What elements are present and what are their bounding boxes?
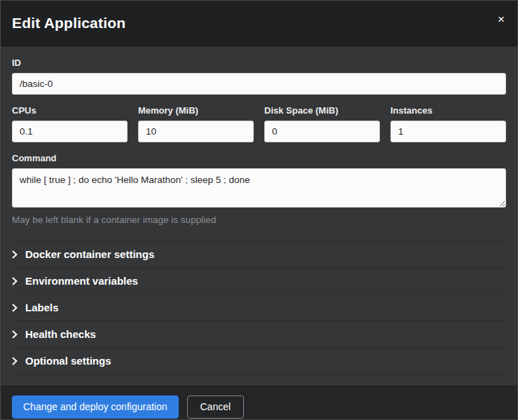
- id-label: ID: [12, 57, 506, 68]
- edit-application-modal: Edit Application × ID CPUs Memory (MiB) …: [0, 0, 518, 420]
- memory-field-group: Memory (MiB): [138, 105, 254, 142]
- disk-field-group: Disk Space (MiB): [264, 105, 380, 142]
- modal-header: Edit Application ×: [1, 1, 517, 46]
- resources-row: CPUs Memory (MiB) Disk Space (MiB) Insta…: [12, 105, 506, 142]
- command-field-group: Command while [ true ] ; do echo 'Hello …: [12, 153, 506, 225]
- chevron-right-icon: [12, 304, 18, 312]
- section-label: Environment variables: [25, 275, 138, 287]
- section-optional-settings[interactable]: Optional settings: [12, 348, 506, 374]
- command-label: Command: [12, 153, 506, 163]
- command-input[interactable]: while [ true ] ; do echo 'Hello Marathon…: [12, 168, 506, 208]
- instances-input[interactable]: [390, 121, 506, 142]
- instances-label: Instances: [390, 105, 506, 116]
- collapsible-sections: Docker container settings Environment va…: [12, 241, 506, 374]
- memory-label: Memory (MiB): [138, 105, 254, 116]
- section-health-checks[interactable]: Health checks: [12, 321, 506, 348]
- cpus-field-group: CPUs: [12, 105, 128, 142]
- close-icon[interactable]: ×: [493, 11, 509, 28]
- change-and-deploy-button[interactable]: Change and deploy configuration: [12, 395, 179, 419]
- cpus-input[interactable]: [12, 121, 128, 142]
- section-docker-container-settings[interactable]: Docker container settings: [12, 241, 506, 268]
- modal-body: ID CPUs Memory (MiB) Disk Space (MiB) In…: [1, 46, 517, 386]
- id-field-group: ID: [12, 57, 506, 95]
- section-label: Labels: [25, 302, 59, 313]
- section-label: Health checks: [25, 328, 96, 340]
- section-label: Docker container settings: [25, 248, 154, 260]
- section-label: Optional settings: [25, 355, 111, 367]
- modal-title: Edit Application: [12, 15, 506, 32]
- section-environment-variables[interactable]: Environment variables: [12, 268, 506, 294]
- cancel-button[interactable]: Cancel: [187, 395, 245, 419]
- chevron-right-icon: [12, 357, 18, 365]
- memory-input[interactable]: [138, 121, 254, 142]
- chevron-right-icon: [12, 277, 18, 285]
- disk-label: Disk Space (MiB): [264, 105, 380, 116]
- section-labels[interactable]: Labels: [12, 294, 506, 321]
- id-input[interactable]: [12, 73, 506, 95]
- cpus-label: CPUs: [12, 105, 128, 116]
- chevron-right-icon: [12, 250, 18, 259]
- instances-field-group: Instances: [390, 105, 506, 142]
- chevron-right-icon: [12, 330, 18, 339]
- command-help-text: May be left blank if a container image i…: [12, 215, 506, 225]
- disk-input[interactable]: [264, 121, 380, 142]
- modal-footer: Change and deploy configuration Cancel: [1, 386, 517, 420]
